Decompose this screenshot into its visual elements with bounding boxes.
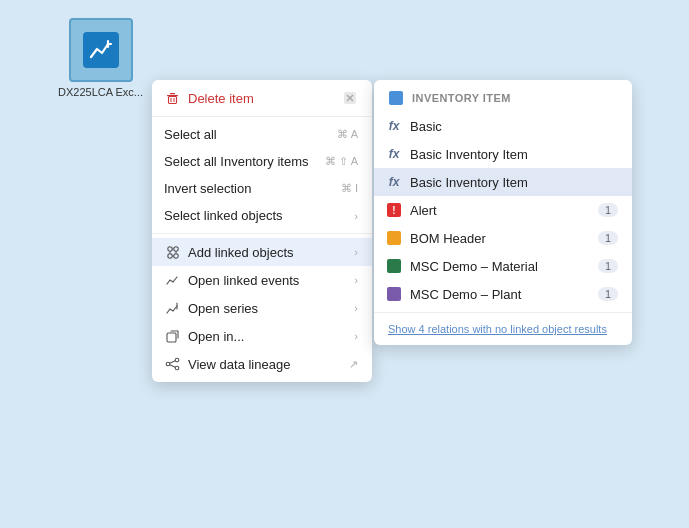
svg-rect-2 bbox=[168, 96, 176, 103]
chart-icon bbox=[88, 37, 114, 63]
select-all-inventory-label: Select all Inventory items bbox=[164, 154, 309, 169]
view-data-lineage-icon bbox=[164, 356, 180, 372]
submenu-item-basic-inventory-1[interactable]: fx Basic Inventory Item bbox=[374, 140, 632, 168]
submenu-item-msc-material[interactable]: MSC Demo – Material 1 bbox=[374, 252, 632, 280]
bom-icon bbox=[386, 230, 402, 246]
basic-inventory-2-icon: fx bbox=[386, 174, 402, 190]
open-linked-events-label: Open linked events bbox=[188, 273, 299, 288]
canvas-node: DX225LCA Exc... bbox=[58, 18, 143, 98]
basic-inventory-1-icon: fx bbox=[386, 146, 402, 162]
submenu-item-alert[interactable]: ! Alert 1 bbox=[374, 196, 632, 224]
open-linked-events-arrow: › bbox=[354, 274, 358, 286]
separator-2 bbox=[152, 233, 372, 234]
bom-badge: 1 bbox=[598, 231, 618, 245]
view-data-lineage-label: View data lineage bbox=[188, 357, 290, 372]
msc-plant-badge: 1 bbox=[598, 287, 618, 301]
add-linked-arrow: › bbox=[354, 246, 358, 258]
delete-item-label: Delete item bbox=[188, 91, 254, 106]
submenu-separator bbox=[374, 312, 632, 313]
invert-selection-shortcut: ⌘ I bbox=[341, 182, 358, 195]
select-linked-arrow: › bbox=[354, 210, 358, 222]
alert-badge: 1 bbox=[598, 203, 618, 217]
msc-plant-icon bbox=[386, 286, 402, 302]
submenu-item-msc-plant[interactable]: MSC Demo – Plant 1 bbox=[374, 280, 632, 308]
open-in-icon bbox=[164, 328, 180, 344]
svg-line-21 bbox=[169, 360, 174, 362]
svg-rect-1 bbox=[170, 93, 175, 94]
submenu-footer[interactable]: Show 4 relations with no linked object r… bbox=[374, 317, 632, 341]
submenu-item-basic[interactable]: fx Basic bbox=[374, 112, 632, 140]
menu-item-delete[interactable]: Delete item bbox=[152, 84, 372, 112]
menu-item-select-all[interactable]: Select all ⌘ A bbox=[152, 121, 372, 148]
delete-badge-icon bbox=[342, 90, 358, 106]
svg-point-11 bbox=[173, 253, 177, 257]
basic-icon: fx bbox=[386, 118, 402, 134]
menu-item-add-linked[interactable]: Add linked objects › bbox=[152, 238, 372, 266]
add-linked-label: Add linked objects bbox=[188, 245, 294, 260]
open-in-arrow: › bbox=[354, 330, 358, 342]
alert-icon: ! bbox=[386, 202, 402, 218]
separator-1 bbox=[152, 116, 372, 117]
svg-point-18 bbox=[166, 362, 170, 366]
svg-point-9 bbox=[173, 246, 177, 250]
node-label: DX225LCA Exc... bbox=[58, 86, 143, 98]
basic-inventory-2-label: Basic Inventory Item bbox=[410, 175, 528, 190]
menu-item-open-linked-events[interactable]: Open linked events › bbox=[152, 266, 372, 294]
svg-point-8 bbox=[167, 246, 171, 250]
svg-point-19 bbox=[175, 358, 179, 362]
submenu: INVENTORY ITEM fx Basic fx Basic Invento… bbox=[374, 80, 632, 345]
menu-item-select-linked[interactable]: Select linked objects › bbox=[152, 202, 372, 229]
context-menu: Delete item Select all ⌘ A Select all In… bbox=[152, 80, 372, 382]
select-all-inventory-shortcut: ⌘ ⇧ A bbox=[325, 155, 358, 168]
svg-line-22 bbox=[169, 364, 174, 366]
delete-icon bbox=[164, 90, 180, 106]
menu-item-select-all-inventory[interactable]: Select all Inventory items ⌘ ⇧ A bbox=[152, 148, 372, 175]
select-all-label: Select all bbox=[164, 127, 217, 142]
menu-item-view-data-lineage[interactable]: View data lineage ↗ bbox=[152, 350, 372, 378]
node-icon-bg bbox=[69, 18, 133, 82]
select-linked-label: Select linked objects bbox=[164, 208, 283, 223]
view-data-lineage-shortcut: ↗ bbox=[349, 358, 358, 371]
menu-item-open-in[interactable]: Open in... › bbox=[152, 322, 372, 350]
bom-label: BOM Header bbox=[410, 231, 486, 246]
open-in-label: Open in... bbox=[188, 329, 244, 344]
open-series-arrow: › bbox=[354, 302, 358, 314]
basic-label: Basic bbox=[410, 119, 442, 134]
svg-rect-17 bbox=[167, 333, 176, 342]
alert-label: Alert bbox=[410, 203, 437, 218]
menu-item-invert-selection[interactable]: Invert selection ⌘ I bbox=[152, 175, 372, 202]
msc-material-label: MSC Demo – Material bbox=[410, 259, 538, 274]
svg-point-10 bbox=[167, 253, 171, 257]
node-icon-inner bbox=[83, 32, 119, 68]
msc-material-icon bbox=[386, 258, 402, 274]
select-all-shortcut: ⌘ A bbox=[337, 128, 358, 141]
open-series-label: Open series bbox=[188, 301, 258, 316]
submenu-header-label: INVENTORY ITEM bbox=[412, 92, 511, 104]
submenu-item-basic-inventory-2[interactable]: fx Basic Inventory Item bbox=[374, 168, 632, 196]
submenu-header: INVENTORY ITEM bbox=[374, 84, 632, 112]
basic-inventory-1-label: Basic Inventory Item bbox=[410, 147, 528, 162]
add-linked-icon bbox=[164, 244, 180, 260]
invert-selection-label: Invert selection bbox=[164, 181, 251, 196]
open-series-icon bbox=[164, 300, 180, 316]
submenu-header-icon bbox=[388, 90, 404, 106]
menu-item-open-series[interactable]: Open series › bbox=[152, 294, 372, 322]
submenu-footer-label: Show 4 relations with no linked object r… bbox=[388, 323, 607, 335]
open-linked-events-icon bbox=[164, 272, 180, 288]
msc-material-badge: 1 bbox=[598, 259, 618, 273]
svg-point-20 bbox=[175, 366, 179, 370]
submenu-item-bom-header[interactable]: BOM Header 1 bbox=[374, 224, 632, 252]
msc-plant-label: MSC Demo – Plant bbox=[410, 287, 521, 302]
